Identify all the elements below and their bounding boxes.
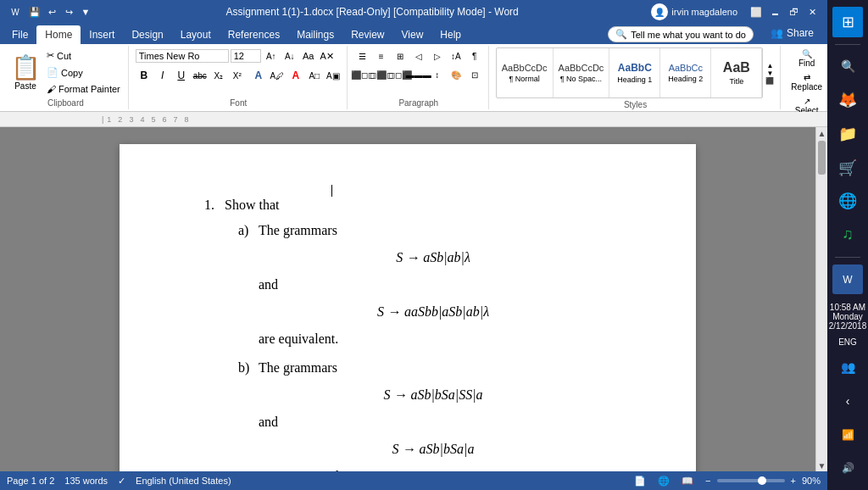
shading-button[interactable]: 🎨 bbox=[448, 66, 465, 83]
line-spacing-button[interactable]: ↕ bbox=[429, 66, 446, 83]
print-layout-button[interactable]: 📄 bbox=[632, 474, 648, 488]
align-left-button[interactable]: ⬛◻◻ bbox=[354, 66, 371, 83]
replace-button[interactable]: ⇄ Replace bbox=[787, 71, 826, 93]
taskbar-volume[interactable]: 🔊 bbox=[832, 453, 863, 483]
numbering-button[interactable]: ≡ bbox=[373, 47, 390, 64]
show-hide-button[interactable]: ¶ bbox=[466, 47, 483, 64]
tab-view[interactable]: View bbox=[393, 25, 432, 44]
tab-review[interactable]: Review bbox=[342, 25, 392, 44]
problem-1-text: Show that bbox=[225, 195, 279, 215]
start-button[interactable]: ⊞ bbox=[832, 7, 863, 37]
bold-button[interactable]: B bbox=[136, 67, 153, 84]
zoom-slider[interactable] bbox=[717, 479, 785, 482]
character-border-button[interactable]: A▣ bbox=[325, 67, 342, 84]
subscript-button[interactable]: X₂ bbox=[210, 67, 227, 84]
maximize-button[interactable]: 🗗 bbox=[785, 3, 802, 20]
text-effects-button[interactable]: A bbox=[250, 67, 267, 84]
tell-me-search[interactable]: 🔍 Tell me what you want to do bbox=[608, 26, 754, 42]
multilevel-list-button[interactable]: ⊞ bbox=[392, 47, 409, 64]
redo-button[interactable]: ↪ bbox=[61, 4, 76, 19]
tab-layout[interactable]: Layout bbox=[172, 25, 220, 44]
character-shading-button[interactable]: A□ bbox=[306, 67, 323, 84]
taskbar-icon-firefox[interactable]: 🦊 bbox=[832, 85, 863, 115]
taskbar-icon-search[interactable]: 🔍 bbox=[832, 52, 863, 82]
vertical-scrollbar[interactable]: ▲ ▼ bbox=[815, 127, 827, 471]
taskbar-icon-store[interactable]: 🛒 bbox=[832, 153, 863, 183]
customize-quick-access-button[interactable]: ▼ bbox=[78, 4, 93, 19]
paste-button[interactable]: 📋 Paste bbox=[8, 47, 42, 97]
paste-icon: 📋 bbox=[11, 53, 41, 81]
bullets-button[interactable]: ☰ bbox=[354, 47, 371, 64]
italic-button[interactable]: I bbox=[154, 67, 171, 84]
math-1a-2: S → aaSbb|aSb|ab|λ bbox=[238, 302, 628, 322]
scroll-up-button[interactable]: ▲ bbox=[816, 127, 828, 139]
font-size-input[interactable] bbox=[231, 49, 261, 63]
copy-button[interactable]: 📄 Copy bbox=[44, 66, 123, 79]
document-area[interactable]: 1. Show that a) The grammars S → aSb|ab|… bbox=[0, 127, 815, 471]
undo-button[interactable]: ↩ bbox=[44, 4, 59, 19]
minimize-button[interactable]: 🗕 bbox=[766, 3, 783, 20]
strikethrough-button[interactable]: abc bbox=[192, 67, 209, 84]
language-indicator: ENG bbox=[837, 336, 859, 348]
ribbon-display-button[interactable]: ⬜ bbox=[748, 3, 765, 20]
taskbar-network[interactable]: 📶 bbox=[832, 420, 863, 450]
superscript-button[interactable]: X² bbox=[229, 67, 246, 84]
page-info: Page 1 of 2 bbox=[7, 476, 54, 486]
problem-1-number: 1. bbox=[204, 195, 225, 215]
change-case-button[interactable]: Aa bbox=[300, 47, 317, 64]
tab-mailings[interactable]: Mailings bbox=[288, 25, 342, 44]
font-name-input[interactable] bbox=[136, 49, 229, 63]
style-title[interactable]: AaB Title bbox=[711, 48, 762, 97]
style-normal[interactable]: AaBbCcDc ¶ Normal bbox=[497, 48, 554, 97]
taskbar-icon-spotify[interactable]: ♫ bbox=[832, 220, 863, 250]
taskbar-icon-files[interactable]: 📁 bbox=[832, 119, 863, 149]
tab-design[interactable]: Design bbox=[123, 25, 171, 44]
windows-taskbar: ⊞ 🔍 🦊 📁 🛒 🌐 ♫ W 10:58 AM Monday 2/12/201… bbox=[827, 0, 868, 490]
increase-indent-button[interactable]: ▷ bbox=[429, 47, 446, 64]
decrease-font-button[interactable]: A↓ bbox=[281, 47, 298, 64]
scroll-thumb[interactable] bbox=[818, 141, 826, 175]
clear-formatting-button[interactable]: A✕ bbox=[319, 47, 336, 64]
justify-button[interactable]: ▬▬▬ bbox=[410, 66, 427, 83]
zoom-out-button[interactable]: − bbox=[703, 474, 713, 487]
format-painter-button[interactable]: 🖌 Format Painter bbox=[44, 83, 123, 95]
tab-insert[interactable]: Insert bbox=[81, 25, 123, 44]
web-layout-button[interactable]: 🌐 bbox=[655, 474, 672, 488]
font-color-button[interactable]: A bbox=[287, 67, 304, 84]
style-no-spacing[interactable]: AaBbCcDc ¶ No Spac... bbox=[554, 48, 610, 97]
paragraph-group: ☰ ≡ ⊞ ◁ ▷ ↕A ¶ ⬛◻◻ ◻⬛◻ ◻◻⬛ ▬▬▬ ↕ 🎨 ⊡ bbox=[349, 46, 489, 109]
user-area: 👤 irvin magdaleno bbox=[651, 3, 737, 20]
tab-references[interactable]: References bbox=[220, 25, 288, 44]
style-heading1[interactable]: AaBbC Heading 1 bbox=[609, 48, 660, 97]
zoom-slider-thumb[interactable] bbox=[758, 476, 766, 485]
document-page[interactable]: 1. Show that a) The grammars S → aSb|ab|… bbox=[120, 144, 696, 471]
taskbar-word-icon[interactable]: W bbox=[832, 264, 863, 295]
read-mode-button[interactable]: 📖 bbox=[679, 474, 696, 488]
taskbar-icon-firefox2[interactable]: 🌐 bbox=[832, 186, 863, 216]
increase-font-button[interactable]: A↑ bbox=[263, 47, 280, 64]
underline-button[interactable]: U bbox=[173, 67, 190, 84]
taskbar-icon-people[interactable]: 👥 bbox=[832, 352, 863, 382]
tab-home[interactable]: Home bbox=[36, 25, 81, 44]
text-highlight-button[interactable]: A🖊 bbox=[269, 67, 286, 84]
share-button[interactable]: 👥 Share bbox=[760, 24, 824, 42]
sort-button[interactable]: ↕A bbox=[448, 47, 465, 64]
select-icon: ↗ bbox=[804, 97, 810, 106]
scroll-down-button[interactable]: ▼ bbox=[816, 459, 828, 471]
decrease-indent-button[interactable]: ◁ bbox=[410, 47, 427, 64]
tab-help[interactable]: Help bbox=[431, 25, 470, 44]
and-1a: and bbox=[259, 275, 628, 295]
align-center-button[interactable]: ◻⬛◻ bbox=[373, 66, 390, 83]
style-heading2[interactable]: AaBbCc Heading 2 bbox=[660, 48, 711, 97]
cut-button[interactable]: ✂ Cut bbox=[44, 49, 123, 62]
borders-button[interactable]: ⊡ bbox=[466, 66, 483, 83]
save-button[interactable]: 💾 bbox=[27, 4, 42, 19]
styles-scroll[interactable]: ▲ ▼ ⬛ bbox=[765, 62, 775, 85]
taskbar-chevron-left[interactable]: ‹ bbox=[832, 386, 863, 416]
zoom-in-button[interactable]: + bbox=[788, 474, 798, 487]
problem-1b: b) The grammars S → aSb|bSa|SS|a and S →… bbox=[238, 358, 628, 471]
find-button[interactable]: 🔍 Find bbox=[790, 47, 824, 70]
close-button[interactable]: ✕ bbox=[804, 3, 821, 20]
font-format-row: B I U abc X₂ X² A A🖊 A A□ A▣ bbox=[136, 67, 342, 84]
tab-file[interactable]: File bbox=[3, 25, 36, 44]
